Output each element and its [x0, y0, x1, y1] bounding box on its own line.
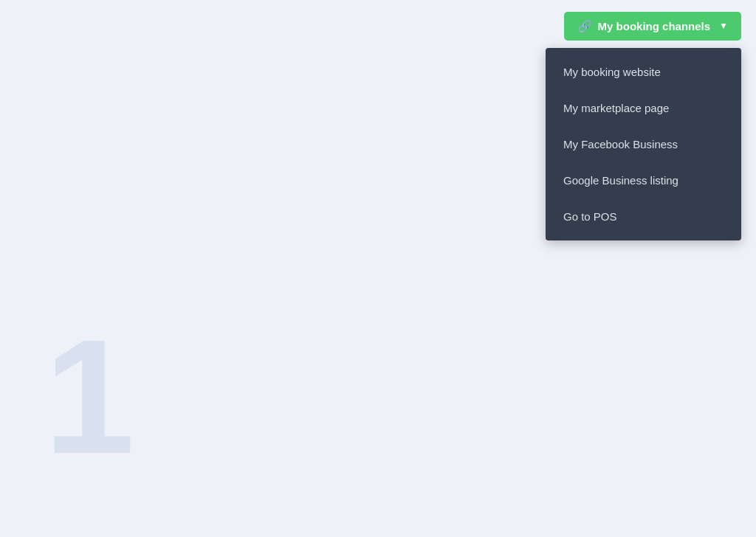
dropdown-item-google-business[interactable]: Google Business listing [546, 162, 741, 198]
booking-channels-button[interactable]: 🔗 My booking channels ▼ [564, 12, 741, 41]
background-number: 1 [44, 316, 134, 478]
booking-channels-label: My booking channels [598, 20, 711, 32]
dropdown-menu: My booking websiteMy marketplace pageMy … [546, 48, 741, 240]
dropdown-item-marketplace-page[interactable]: My marketplace page [546, 90, 741, 126]
dropdown-item-booking-website[interactable]: My booking website [546, 54, 741, 90]
dropdown-item-facebook-business[interactable]: My Facebook Business [546, 126, 741, 162]
chevron-down-icon: ▼ [719, 21, 728, 31]
header: 🔗 My booking channels ▼ [0, 0, 756, 52]
link-icon: 🔗 [577, 19, 592, 33]
dropdown-item-go-to-pos[interactable]: Go to POS [546, 198, 741, 235]
